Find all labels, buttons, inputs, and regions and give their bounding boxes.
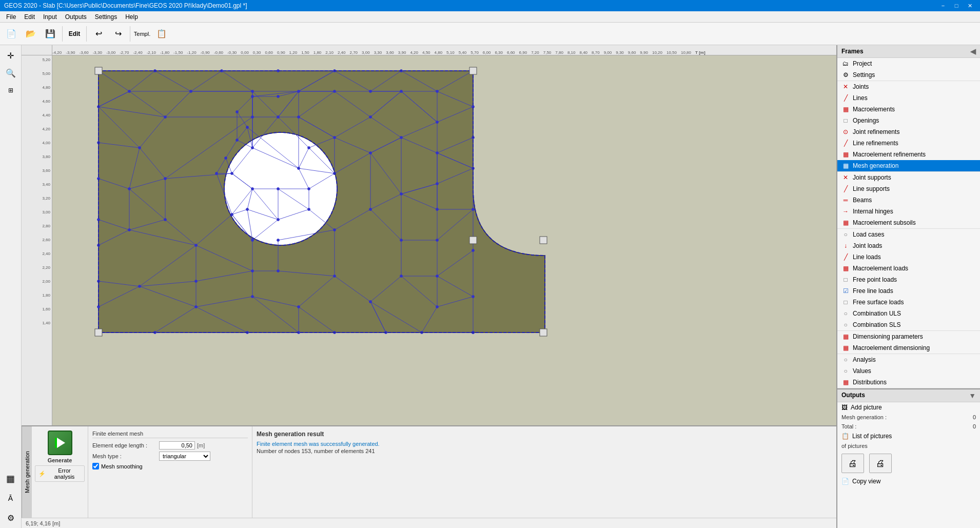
mesh-smoothing-checkbox[interactable] bbox=[92, 463, 99, 470]
right-item-combination-uls[interactable]: ○ Combination ULS bbox=[837, 308, 980, 319]
right-item-joints[interactable]: ✕ Joints bbox=[837, 81, 980, 92]
right-item-joint-refinements[interactable]: ⊙ Joint refinements bbox=[837, 126, 980, 138]
add-picture-icon: 🖼 bbox=[841, 404, 848, 411]
right-item-dim-parameters[interactable]: ▦ Dimensioning parameters bbox=[837, 331, 980, 342]
result-success-text: Finite element mesh was successfully gen… bbox=[257, 441, 832, 447]
svg-point-262 bbox=[277, 219, 280, 221]
right-item-beams[interactable]: ═ Beams bbox=[837, 194, 980, 206]
zoom-tool[interactable]: 🔍 bbox=[3, 65, 19, 81]
right-item-macroelement-refinements[interactable]: ▦ Macroelement refinements bbox=[837, 149, 980, 160]
copy-view-icon: 📄 bbox=[841, 478, 849, 485]
menu-help[interactable]: Help bbox=[121, 12, 142, 22]
menu-edit[interactable]: Edit bbox=[20, 12, 39, 22]
svg-point-229 bbox=[236, 139, 239, 142]
svg-point-277 bbox=[195, 280, 198, 283]
right-item-settings[interactable]: ⚙ Settings bbox=[837, 69, 980, 81]
list-of-pictures-label: List of pictures bbox=[852, 433, 892, 440]
right-item-line-refinements[interactable]: ╱ Line refinements bbox=[837, 138, 980, 149]
right-item-macroelement-loads[interactable]: ▦ Macroelement loads bbox=[837, 263, 980, 274]
right-panel-arrow[interactable]: ◀ bbox=[970, 47, 976, 55]
menu-bar: File Edit Input Outputs Settings Help bbox=[0, 11, 980, 23]
mesh-generation-tab[interactable]: Mesh generation bbox=[22, 426, 32, 518]
move-tool[interactable]: ✛ bbox=[3, 47, 19, 64]
maximize-button[interactable]: □ bbox=[950, 1, 963, 10]
right-item-line-supports[interactable]: ╱ Line supports bbox=[837, 183, 980, 194]
menu-file[interactable]: File bbox=[2, 12, 20, 22]
settings-icon: ⚙ bbox=[841, 71, 850, 79]
close-button[interactable]: ✕ bbox=[964, 1, 976, 10]
right-item-values[interactable]: ○ Values bbox=[837, 365, 980, 377]
right-item-combination-sls[interactable]: ○ Combination SLS bbox=[837, 319, 980, 330]
right-item-mesh-generation[interactable]: ▦ Mesh generation bbox=[837, 160, 980, 171]
right-item-macroelement-dim[interactable]: ▦ Macroelement dimensioning bbox=[837, 342, 980, 354]
redo-button[interactable]: ↪ bbox=[109, 25, 127, 43]
right-item-distributions[interactable]: ▦ Distributions bbox=[837, 377, 980, 388]
mesh-canvas[interactable] bbox=[52, 55, 836, 425]
right-item-analysis[interactable]: ○ Analysis bbox=[837, 354, 980, 365]
template-button[interactable]: Templ. bbox=[133, 25, 151, 43]
canvas-area[interactable]: -4,20 -3,90 -3,60 -3,30 -3,00 -2,70 -2,4… bbox=[22, 45, 836, 425]
copy-view-button[interactable]: 📄 Copy view bbox=[837, 476, 980, 486]
right-item-internal-hinges[interactable]: → Internal hinges bbox=[837, 206, 980, 217]
display-button[interactable]: ▦ bbox=[3, 471, 19, 487]
minimize-button[interactable]: − bbox=[937, 1, 949, 10]
print-buttons: 🖨 🖨 bbox=[837, 451, 980, 476]
outputs-arrow[interactable]: ▼ bbox=[969, 392, 976, 400]
mesh-smoothing-label: Mesh smoothing bbox=[101, 463, 143, 470]
right-item-joint-supports[interactable]: ✕ Joint supports bbox=[837, 172, 980, 183]
error-analysis-label: Error analysis bbox=[48, 467, 81, 480]
add-picture-button[interactable]: 🖼 Add picture bbox=[837, 402, 980, 413]
print-button-2[interactable]: 🖨 bbox=[869, 454, 892, 473]
save-button[interactable]: 💾 bbox=[41, 25, 60, 43]
right-item-free-surface-loads[interactable]: □ Free surface loads bbox=[837, 297, 980, 308]
right-item-macroelement-subsoils[interactable]: ▦ Macroelement subsoils bbox=[837, 217, 980, 228]
svg-point-237 bbox=[436, 152, 439, 154]
right-item-load-cases[interactable]: ○ Load cases bbox=[837, 229, 980, 240]
free-surface-loads-icon: □ bbox=[841, 298, 850, 306]
menu-input[interactable]: Input bbox=[39, 12, 61, 22]
svg-point-220 bbox=[251, 116, 254, 119]
mesh-type-select[interactable]: triangular quadrilateral bbox=[159, 452, 210, 461]
total-output-value: 0 bbox=[966, 423, 976, 429]
edit-button[interactable]: Edit bbox=[65, 25, 84, 43]
print-button-1[interactable]: 🖨 bbox=[841, 454, 864, 473]
svg-point-259 bbox=[164, 219, 167, 221]
right-item-line-loads[interactable]: ╱ Line loads bbox=[837, 251, 980, 263]
joint-refinements-icon: ⊙ bbox=[841, 128, 850, 136]
edge-length-input[interactable] bbox=[159, 441, 195, 449]
copy-button[interactable]: 📋 bbox=[152, 25, 171, 43]
right-item-free-line-loads[interactable]: ☑ Free line loads bbox=[837, 285, 980, 297]
svg-point-279 bbox=[277, 270, 280, 272]
outputs-header: Outputs ▼ bbox=[837, 388, 980, 402]
menu-outputs[interactable]: Outputs bbox=[61, 12, 91, 22]
svg-point-266 bbox=[472, 249, 475, 252]
result-title: Mesh generation result bbox=[257, 431, 832, 438]
svg-point-254 bbox=[308, 208, 310, 211]
values-icon: ○ bbox=[841, 367, 850, 375]
right-item-openings[interactable]: □ Openings bbox=[837, 115, 980, 126]
svg-point-248 bbox=[472, 208, 475, 211]
right-item-macroelements[interactable]: ▦ Macroelements bbox=[837, 104, 980, 115]
new-button[interactable]: 📄 bbox=[2, 25, 21, 43]
total-output-label: Total : bbox=[841, 423, 856, 429]
title-text: GEOS 2020 - Slab [C:\Users\Public\Docume… bbox=[4, 2, 247, 9]
open-button[interactable]: 📂 bbox=[22, 25, 40, 43]
svg-point-256 bbox=[400, 239, 403, 242]
right-item-project[interactable]: 🗂 Project bbox=[837, 58, 980, 69]
total-output-row: Total : 0 bbox=[837, 422, 980, 431]
right-item-joint-loads[interactable]: ↓ Joint loads bbox=[837, 240, 980, 251]
svg-point-226 bbox=[277, 95, 280, 98]
right-item-lines[interactable]: ╱ Lines bbox=[837, 92, 980, 104]
generate-label: Generate bbox=[48, 457, 72, 463]
menu-settings[interactable]: Settings bbox=[91, 12, 121, 22]
right-item-free-point-loads[interactable]: □ Free point loads bbox=[837, 274, 980, 285]
svg-point-284 bbox=[436, 306, 439, 308]
list-of-pictures-button[interactable]: 📋 List of pictures bbox=[837, 431, 980, 441]
error-analysis-button[interactable]: ⚡ Error analysis bbox=[35, 465, 85, 482]
view-tool[interactable]: ⊞ bbox=[3, 82, 19, 99]
project-icon: 🗂 bbox=[841, 60, 850, 68]
text-button[interactable]: Ā bbox=[3, 490, 19, 506]
settings-tool[interactable]: ⚙ bbox=[3, 510, 19, 526]
undo-button[interactable]: ↩ bbox=[89, 25, 108, 43]
mesh-generation-output-row: Mesh generation : 0 bbox=[837, 413, 980, 422]
